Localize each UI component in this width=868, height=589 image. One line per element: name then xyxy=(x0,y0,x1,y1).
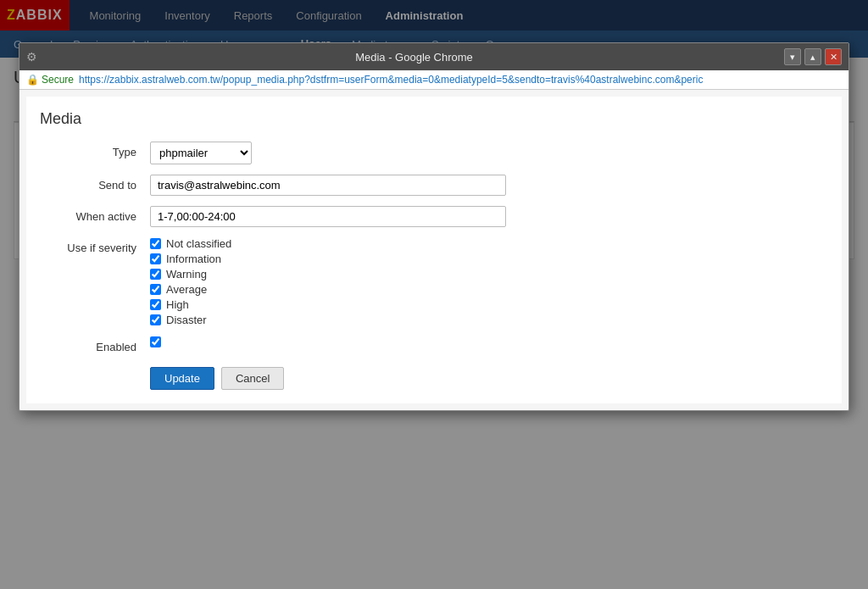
popup-titlebar-buttons: ▾ ▴ ✕ xyxy=(784,48,842,65)
popup-content-title: Media xyxy=(40,110,828,128)
when-active-input[interactable] xyxy=(150,206,506,227)
popup-close-button[interactable]: ✕ xyxy=(825,48,842,65)
when-active-control xyxy=(150,206,828,227)
popup-url[interactable]: https://zabbix.astralweb.com.tw/popup_me… xyxy=(79,74,703,86)
severity-warning[interactable]: Warning xyxy=(150,268,828,269)
popup-overlay: ⚙ Media - Google Chrome ▾ ▴ ✕ 🔒 Secure h… xyxy=(0,0,868,269)
lock-icon: 🔒 xyxy=(26,74,39,86)
type-select[interactable]: phpmailer xmpp email sms xyxy=(150,142,252,164)
severity-information-label: Information xyxy=(166,253,221,265)
severity-control: Not classified Information Warning xyxy=(150,237,828,269)
type-group: Type phpmailer xmpp email sms xyxy=(40,142,828,164)
severity-information-checkbox[interactable] xyxy=(150,253,161,264)
popup-title: Media - Google Chrome xyxy=(44,51,784,64)
send-to-group: Send to xyxy=(40,175,828,196)
type-control: phpmailer xmpp email sms xyxy=(150,142,828,164)
popup-minimize-button[interactable]: ▾ xyxy=(784,48,801,65)
severity-warning-label: Warning xyxy=(166,268,207,269)
secure-label: Secure xyxy=(42,74,74,86)
severity-not-classified[interactable]: Not classified xyxy=(150,237,828,250)
send-to-input[interactable] xyxy=(150,175,506,196)
severity-checkbox-group: Not classified Information Warning xyxy=(150,237,828,269)
severity-information[interactable]: Information xyxy=(150,253,828,265)
when-active-group: When active xyxy=(40,206,828,227)
type-label: Type xyxy=(40,142,150,158)
send-to-label: Send to xyxy=(40,175,150,192)
popup: ⚙ Media - Google Chrome ▾ ▴ ✕ 🔒 Secure h… xyxy=(19,42,849,269)
secure-badge: 🔒 Secure xyxy=(26,74,74,86)
popup-content: Media Type phpmailer xmpp email sms Send… xyxy=(26,97,842,269)
popup-titlebar-icon: ⚙ xyxy=(26,50,37,64)
popup-url-bar: 🔒 Secure https://zabbix.astralweb.com.tw… xyxy=(19,70,849,90)
severity-not-classified-label: Not classified xyxy=(166,237,231,250)
severity-not-classified-checkbox[interactable] xyxy=(150,238,161,249)
popup-titlebar: ⚙ Media - Google Chrome ▾ ▴ ✕ xyxy=(19,43,849,70)
severity-group: Use if severity Not classified Informati… xyxy=(40,237,828,269)
severity-label: Use if severity xyxy=(40,237,150,254)
severity-warning-checkbox[interactable] xyxy=(150,269,161,269)
popup-maximize-button[interactable]: ▴ xyxy=(804,48,821,65)
when-active-label: When active xyxy=(40,206,150,223)
send-to-control xyxy=(150,175,828,196)
